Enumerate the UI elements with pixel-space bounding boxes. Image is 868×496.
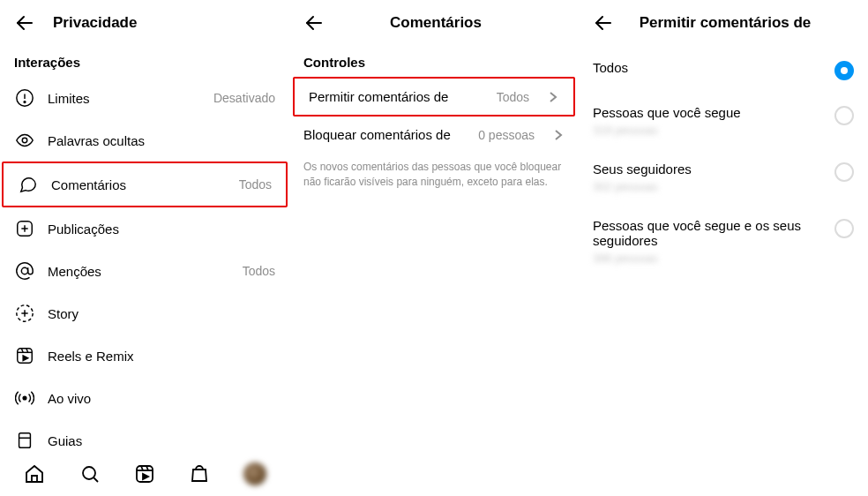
page-title: Privacidade xyxy=(53,14,275,32)
svg-point-17 xyxy=(23,396,26,400)
row-comments[interactable]: Comentários Todos xyxy=(2,162,288,207)
row-label: Publicações xyxy=(48,222,275,237)
page-title: Comentários xyxy=(342,14,529,32)
row-reels[interactable]: Reels e Remix xyxy=(0,334,289,377)
section-label: Controles xyxy=(289,42,579,77)
helper-text: Os novos comentários das pessoas que voc… xyxy=(289,153,579,193)
page-title: Permitir comentários de xyxy=(632,14,819,32)
radio-option-followers[interactable]: Seus seguidores 302 pessoas xyxy=(579,149,868,206)
svg-point-4 xyxy=(22,138,27,143)
radio-label: Seus seguidores xyxy=(593,162,834,177)
row-label: Story xyxy=(48,306,275,321)
back-arrow[interactable] xyxy=(593,12,614,34)
row-label: Limites xyxy=(48,91,201,106)
section-label: Interações xyxy=(0,42,289,77)
row-hidden-words[interactable]: Palavras ocultas xyxy=(0,119,289,162)
tab-shop-icon[interactable] xyxy=(188,462,211,485)
radio-option-following[interactable]: Pessoas que você segue 319 pessoas xyxy=(579,93,868,149)
row-limits[interactable]: Limites Desativado xyxy=(0,77,289,119)
plus-square-icon xyxy=(14,218,35,239)
radio-label: Pessoas que você segue xyxy=(593,105,834,120)
row-value: 0 pessoas xyxy=(478,128,535,142)
radio-sublabel: 319 pessoas xyxy=(593,124,834,137)
radio-button-icon xyxy=(834,219,854,238)
tab-profile-avatar[interactable] xyxy=(243,462,266,485)
svg-point-3 xyxy=(24,101,26,103)
chevron-right-icon xyxy=(547,91,559,103)
row-live[interactable]: Ao vivo xyxy=(0,377,289,419)
svg-line-23 xyxy=(94,477,98,482)
row-mentions[interactable]: Menções Todos xyxy=(0,250,289,292)
row-block-comments-from[interactable]: Bloquear comentários de 0 pessoas xyxy=(289,116,579,153)
radio-button-icon xyxy=(834,61,854,80)
radio-option-all[interactable]: Todos xyxy=(579,48,868,93)
tabbar xyxy=(0,452,289,496)
row-label: Permitir comentários de xyxy=(309,89,484,104)
row-value: Desativado xyxy=(213,91,275,105)
radio-label: Todos xyxy=(593,60,834,75)
radio-label: Pessoas que você segue e os seus seguido… xyxy=(593,218,834,248)
guides-icon xyxy=(14,430,35,451)
reels-icon xyxy=(14,345,35,366)
row-allow-comments-from[interactable]: Permitir comentários de Todos xyxy=(293,77,575,116)
comment-icon xyxy=(18,174,39,195)
svg-rect-18 xyxy=(19,433,31,448)
radio-sublabel: 386 pessoas xyxy=(593,252,834,265)
svg-rect-12 xyxy=(18,349,33,364)
story-circle-icon xyxy=(14,303,35,324)
row-label: Ao vivo xyxy=(48,391,275,406)
tab-reels-icon[interactable] xyxy=(133,462,156,485)
tab-search-icon[interactable] xyxy=(79,462,101,485)
back-arrow[interactable] xyxy=(303,12,325,34)
svg-point-22 xyxy=(83,467,95,479)
radio-sublabel: 302 pessoas xyxy=(593,180,834,193)
svg-point-8 xyxy=(21,267,27,274)
radio-button-icon xyxy=(834,106,854,125)
row-value: Todos xyxy=(239,177,272,192)
row-label: Comentários xyxy=(51,177,227,192)
radio-waves-icon xyxy=(14,387,35,409)
avatar-icon xyxy=(243,462,266,485)
row-label: Palavras ocultas xyxy=(48,133,275,148)
svg-marker-16 xyxy=(23,356,28,361)
row-value: Todos xyxy=(497,90,529,104)
radio-option-both[interactable]: Pessoas que você segue e os seus seguido… xyxy=(579,206,868,277)
back-arrow[interactable] xyxy=(14,12,35,34)
tab-home-icon[interactable] xyxy=(23,462,46,485)
row-label: Guias xyxy=(48,433,275,448)
alert-circle-icon xyxy=(14,87,35,109)
row-label: Reels e Remix xyxy=(48,349,275,364)
row-posts[interactable]: Publicações xyxy=(0,207,289,250)
row-label: Bloquear comentários de xyxy=(303,127,466,142)
svg-marker-28 xyxy=(143,474,148,479)
radio-button-icon xyxy=(834,162,854,182)
row-value: Todos xyxy=(243,264,275,278)
row-label: Menções xyxy=(48,264,230,279)
chevron-right-icon xyxy=(552,129,565,141)
at-icon xyxy=(14,260,35,282)
eye-hidden-icon xyxy=(14,130,35,151)
row-story[interactable]: Story xyxy=(0,292,289,334)
